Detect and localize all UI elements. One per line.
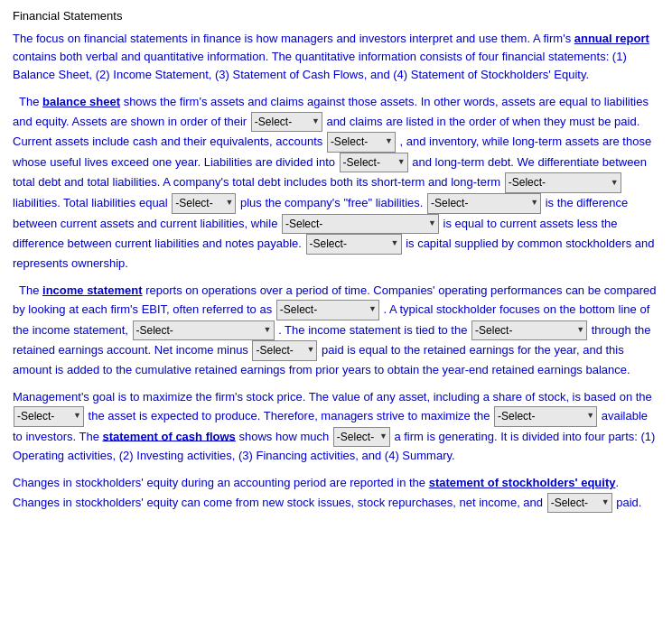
select-common-equity[interactable]: -Select- Common equity Total equity: [306, 234, 402, 255]
select-total-debt-input[interactable]: -Select- total debt equity: [175, 197, 233, 209]
select-dividends-paid[interactable]: -Select- dividends taxes: [547, 493, 612, 514]
select-eps[interactable]: -Select- earnings per share (EPS) divide…: [133, 320, 275, 341]
select-current-liabilities[interactable]: -Select- current short-term: [340, 153, 408, 173]
select-cash-flows-expected[interactable]: -Select- cash flows earnings: [14, 406, 84, 427]
select-liquidity-order-input[interactable]: -Select- liquidity profitability: [255, 116, 320, 128]
intro-paragraph: The focus on financial statements in fin…: [13, 30, 659, 84]
income-statement-paragraph: The income statement reports on operatio…: [13, 282, 659, 379]
select-balance-sheet-link-input[interactable]: -Select- balance sheet cash flow stateme…: [475, 324, 584, 337]
select-free-cash-flow-input[interactable]: -Select- free cash flow operating income: [498, 410, 594, 422]
select-receivable-input[interactable]: -Select- receivable payable: [331, 135, 393, 148]
select-dividends-paid-input[interactable]: -Select- dividends taxes: [551, 497, 610, 509]
select-operating-income-input[interactable]: -Select- operating income net income: [280, 303, 377, 316]
select-common-equity-input[interactable]: -Select- Common equity Total equity: [310, 237, 399, 250]
select-cash-flows-expected-input[interactable]: -Select- cash flows earnings: [17, 410, 81, 422]
select-current-liabilities-input[interactable]: -Select- current short-term: [343, 156, 406, 169]
select-cash-amount[interactable]: -Select- cash profit: [333, 427, 390, 448]
stockholders-equity-paragraph: Changes in stockholders' equity during a…: [13, 474, 659, 513]
select-receivable[interactable]: -Select- receivable payable: [327, 132, 396, 153]
select-dividends[interactable]: -Select- dividends taxes: [252, 340, 317, 361]
select-debt-type[interactable]: -Select- interest-bearing non-interest-b…: [505, 172, 621, 193]
select-debt-type-input[interactable]: -Select- interest-bearing non-interest-b…: [509, 176, 619, 189]
select-balance-sheet-link[interactable]: -Select- balance sheet cash flow stateme…: [471, 320, 587, 341]
select-net-working-capital-input[interactable]: -Select- Net working capital Stockholder…: [431, 197, 538, 209]
management-paragraph: Management's goal is to maximize the fir…: [13, 388, 659, 465]
select-net-operating[interactable]: -Select- net operating working capital n…: [282, 214, 439, 235]
select-dividends-input[interactable]: -Select- dividends taxes: [256, 344, 314, 357]
select-operating-income[interactable]: -Select- operating income net income: [276, 300, 379, 320]
select-free-cash-flow[interactable]: -Select- free cash flow operating income: [494, 406, 597, 427]
select-cash-amount-input[interactable]: -Select- cash profit: [337, 431, 387, 443]
select-net-working-capital[interactable]: -Select- Net working capital Stockholder…: [427, 193, 541, 214]
select-net-operating-input[interactable]: -Select- net operating working capital n…: [285, 218, 436, 230]
page-title: Financial Statements: [13, 9, 659, 23]
select-liquidity-order[interactable]: -Select- liquidity profitability: [251, 112, 322, 133]
intro-text: The focus on financial statements in fin…: [13, 32, 649, 81]
select-total-debt[interactable]: -Select- total debt equity: [172, 193, 236, 214]
select-eps-input[interactable]: -Select- earnings per share (EPS) divide…: [136, 324, 272, 337]
balance-sheet-paragraph: The balance sheet shows the firm's asset…: [13, 93, 659, 272]
